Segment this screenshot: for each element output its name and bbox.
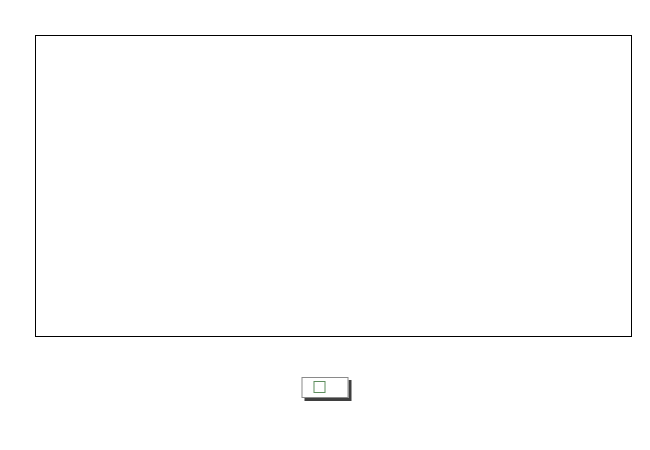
chart-title	[0, 0, 650, 21]
chart-window	[0, 0, 650, 450]
plot-area	[35, 35, 632, 337]
area-chart-canvas	[36, 36, 631, 336]
legend-box	[302, 377, 349, 398]
legend-swatch-icon	[314, 381, 326, 393]
